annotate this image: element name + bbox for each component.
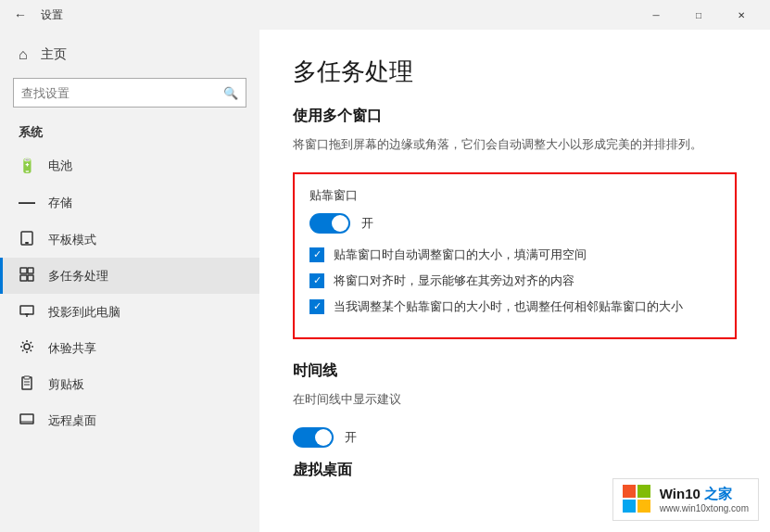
checkbox-label-1: 贴靠窗口时自动调整窗口的大小，填满可用空间 (334, 247, 587, 263)
sidebar-home-label: 主页 (41, 46, 67, 63)
restore-button[interactable]: □ (677, 0, 720, 30)
snap-box: 贴靠窗口 开 ✓ 贴靠窗口时自动调整窗口的大小，填满可用空间 ✓ 将窗口对齐时，… (293, 172, 737, 340)
sidebar-item-experience[interactable]: 休验共享 (0, 330, 259, 366)
checkbox-3[interactable]: ✓ (309, 299, 324, 314)
search-box[interactable]: 🔍 (13, 78, 246, 108)
watermark-line1: Win10 之家 (660, 486, 749, 503)
checkbox-row-1: ✓ 贴靠窗口时自动调整窗口的大小，填满可用空间 (309, 247, 720, 263)
storage-icon: — (19, 193, 35, 212)
snap-toggle-label: 开 (361, 215, 373, 232)
multi-window-title: 使用多个窗口 (293, 107, 737, 126)
svg-rect-27 (637, 500, 650, 513)
tablet-icon (19, 231, 35, 248)
snap-toggle-row: 开 (309, 213, 720, 234)
search-icon: 🔍 (223, 86, 238, 100)
sidebar-item-label: 平板模式 (48, 232, 96, 248)
checkbox-row-3: ✓ 当我调整某个贴靠窗口的大小时，也调整任何相邻贴靠窗口的大小 (309, 298, 720, 315)
sidebar-item-label: 剪贴板 (48, 376, 84, 393)
sidebar: ⌂ 主页 🔍 系统 🔋 电池 — 存储 平板模式 (0, 30, 259, 532)
checkbox-label-3: 当我调整某个贴靠窗口的大小时，也调整任何相邻贴靠窗口的大小 (334, 298, 683, 315)
content-area: 多任务处理 使用多个窗口 将窗口拖到屏幕的边缘或角落，它们会自动调整大小以形成完… (259, 30, 770, 532)
restore-icon: □ (696, 10, 701, 20)
checkmark-icon: ✓ (313, 301, 322, 311)
sidebar-item-tablet[interactable]: 平板模式 (0, 222, 259, 258)
timeline-title: 时间线 (293, 361, 737, 381)
sidebar-section-title: 系统 (0, 120, 259, 148)
checkbox-label-2: 将窗口对齐时，显示能够在其旁边对齐的内容 (334, 272, 574, 289)
snap-box-title: 贴靠窗口 (309, 187, 720, 204)
svg-line-17 (22, 350, 23, 351)
sidebar-item-label: 远程桌面 (48, 412, 96, 429)
windows-logo-icon (623, 485, 652, 514)
minimize-button[interactable]: ─ (635, 0, 677, 30)
virtual-desktop-title: 虚拟桌面 (293, 461, 737, 480)
svg-line-15 (31, 350, 32, 351)
sidebar-item-remote[interactable]: 远程桌面 (0, 402, 259, 438)
titlebar: ← 设置 ─ □ ✕ (0, 0, 770, 30)
checkbox-1[interactable]: ✓ (309, 247, 324, 262)
svg-line-16 (31, 342, 32, 343)
home-icon: ⌂ (19, 46, 28, 63)
close-button[interactable]: ✕ (720, 0, 763, 30)
multitask-icon (19, 267, 35, 285)
svg-line-14 (22, 342, 23, 343)
sidebar-item-label: 存储 (48, 195, 72, 211)
snap-toggle[interactable] (309, 213, 350, 234)
checkmark-icon: ✓ (313, 275, 322, 285)
experience-icon (19, 339, 35, 357)
watermark: Win10 之家 www.win10xtong.com (612, 478, 759, 521)
svg-rect-26 (623, 500, 636, 513)
search-input[interactable] (21, 86, 223, 100)
sidebar-item-label: 休验共享 (48, 340, 96, 357)
clipboard-icon (19, 375, 35, 393)
watermark-text: Win10 之家 www.win10xtong.com (660, 486, 749, 513)
watermark-line2: www.win10xtong.com (660, 503, 749, 513)
sidebar-item-clipboard[interactable]: 剪贴板 (0, 366, 259, 402)
svg-rect-24 (623, 485, 636, 498)
svg-rect-25 (637, 485, 650, 498)
sidebar-item-home[interactable]: ⌂ 主页 (0, 37, 259, 72)
multi-window-desc: 将窗口拖到屏幕的边缘或角落，它们会自动调整大小以形成完美的并排排列。 (293, 135, 737, 154)
svg-rect-4 (20, 275, 27, 281)
sidebar-item-battery[interactable]: 🔋 电池 (0, 148, 259, 184)
timeline-toggle-row: 开 (293, 427, 737, 448)
svg-rect-5 (28, 275, 33, 281)
sidebar-item-multitask[interactable]: 多任务处理 (0, 258, 259, 294)
battery-icon: 🔋 (19, 158, 35, 174)
timeline-toggle-label: 开 (345, 429, 357, 446)
titlebar-buttons: ─ □ ✕ (635, 0, 763, 30)
page-title: 多任务处理 (293, 56, 737, 88)
svg-rect-1 (25, 242, 29, 244)
svg-point-9 (24, 344, 30, 349)
titlebar-title: 设置 (41, 7, 63, 23)
svg-rect-6 (20, 306, 33, 314)
minimize-icon: ─ (652, 10, 659, 20)
checkbox-2[interactable]: ✓ (309, 273, 324, 288)
svg-rect-3 (28, 268, 33, 273)
sidebar-item-label: 投影到此电脑 (48, 304, 120, 321)
project-icon (19, 303, 35, 321)
sidebar-item-project[interactable]: 投影到此电脑 (0, 294, 259, 330)
remote-icon (19, 412, 35, 429)
timeline-desc: 在时间线中显示建议 (293, 390, 737, 409)
sidebar-item-label: 多任务处理 (48, 268, 108, 285)
sidebar-item-storage[interactable]: — 存储 (0, 184, 259, 222)
checkmark-icon: ✓ (313, 249, 322, 260)
watermark-highlight: 之家 (704, 486, 732, 501)
back-button[interactable]: ← (7, 2, 33, 28)
svg-rect-19 (24, 376, 30, 379)
main-container: ⌂ 主页 🔍 系统 🔋 电池 — 存储 平板模式 (0, 30, 770, 532)
svg-rect-2 (20, 268, 27, 273)
close-icon: ✕ (738, 10, 745, 20)
checkbox-row-2: ✓ 将窗口对齐时，显示能够在其旁边对齐的内容 (309, 272, 720, 289)
timeline-toggle[interactable] (293, 427, 334, 448)
sidebar-item-label: 电池 (48, 158, 72, 174)
